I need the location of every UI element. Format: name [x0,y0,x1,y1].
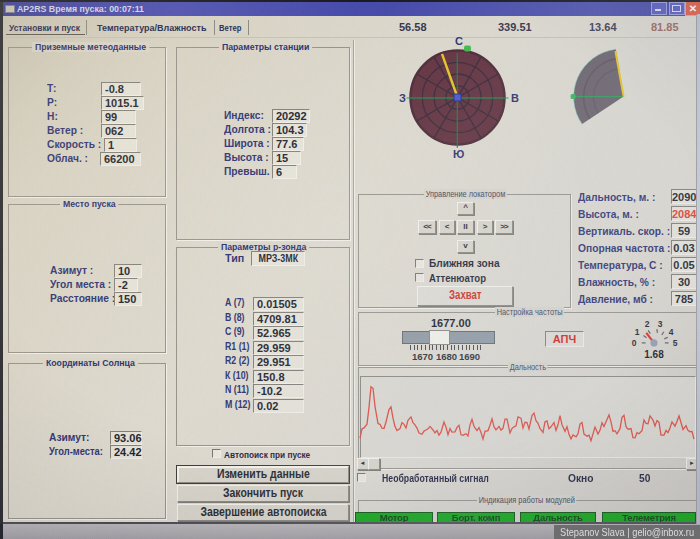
svg-text:1: 1 [635,327,640,337]
svg-text:2: 2 [645,319,650,329]
svg-text:С: С [455,36,463,47]
svg-text:5: 5 [673,338,678,348]
svg-text:Ю: Ю [453,148,464,160]
svg-text:4: 4 [669,327,674,337]
svg-text:В: В [511,92,519,104]
svg-text:1.68: 1.68 [644,349,664,360]
svg-text:0: 0 [632,338,637,348]
svg-text:3: 3 [658,319,663,329]
svg-text:З: З [399,92,406,104]
